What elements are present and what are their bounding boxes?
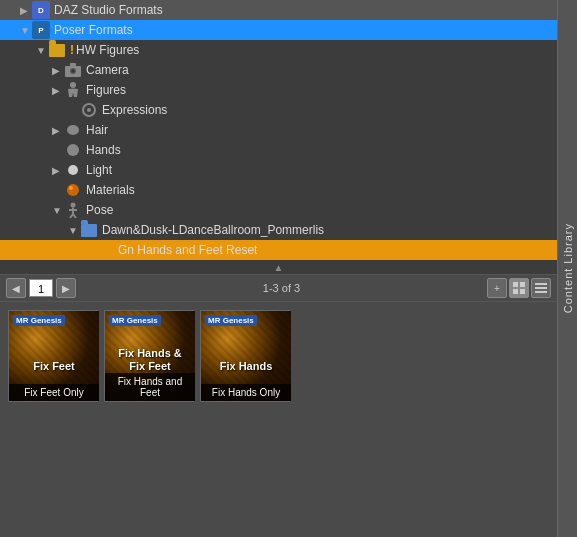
svg-point-8 — [67, 144, 79, 156]
camera-label: Camera — [86, 63, 129, 77]
svg-point-6 — [87, 108, 91, 112]
figures-label: Figures — [86, 83, 126, 97]
view-controls: + — [487, 278, 551, 298]
gn-hands-label: Gn Hands and Feet Reset — [118, 243, 257, 257]
tree-item-poser-formats[interactable]: P Poser Formats — [0, 20, 557, 40]
thumb-title-fix-feet: Fix Feet — [9, 358, 99, 373]
tree-item-dawn-dusk[interactable]: Dawn&Dusk-LDanceBallroom_Pommerlis — [0, 220, 557, 240]
camera-icon — [64, 61, 82, 79]
gn-folder-icon — [96, 241, 114, 259]
thumb-badge-fix-hands: MR Genesis — [205, 315, 257, 326]
tree-item-hw-figures[interactable]: ! HW Figures — [0, 40, 557, 60]
svg-rect-22 — [535, 287, 547, 289]
figures-icon — [64, 81, 82, 99]
light-icon — [64, 161, 82, 179]
tree-arrow-figures[interactable] — [52, 85, 64, 96]
dawn-dusk-label: Dawn&Dusk-LDanceBallroom_Pommerlis — [102, 223, 324, 237]
svg-line-16 — [73, 214, 76, 218]
svg-point-9 — [68, 165, 78, 175]
daz-icon: D — [32, 1, 50, 19]
svg-rect-21 — [535, 283, 547, 285]
tree-arrow-camera[interactable] — [52, 65, 64, 76]
thumb-card-fix-hands-feet[interactable]: MR Genesis Fix Hands &Fix Feet Fix Hands… — [104, 310, 194, 402]
thumb-title-fix-hands-feet: Fix Hands &Fix Feet — [105, 345, 195, 373]
tree-panel: D DAZ Studio Formats P Poser Formats ! H… — [0, 0, 557, 260]
content-library-label: Content Library — [562, 223, 574, 313]
thumb-badge-fix-hands-feet: MR Genesis — [109, 315, 161, 326]
tree-arrow-poser[interactable] — [20, 25, 32, 36]
list-view-button[interactable] — [531, 278, 551, 298]
grid-view-button[interactable] — [509, 278, 529, 298]
svg-rect-23 — [535, 291, 547, 293]
svg-point-12 — [71, 203, 76, 208]
tree-item-daz-formats[interactable]: D DAZ Studio Formats — [0, 0, 557, 20]
thumb-image-fix-hands: MR Genesis Fix Hands Fix Hands Only — [201, 311, 291, 401]
svg-point-11 — [69, 186, 73, 190]
page-number-input[interactable]: 1 — [29, 279, 53, 297]
tree-arrow-light[interactable] — [52, 165, 64, 176]
next-button[interactable]: ▶ — [56, 278, 76, 298]
tree-item-pose[interactable]: Pose — [0, 200, 557, 220]
dawn-folder-icon — [80, 221, 98, 239]
hair-icon — [64, 121, 82, 139]
tree-item-gn-hands[interactable]: Gn Hands and Feet Reset — [0, 240, 557, 260]
materials-label: Materials — [86, 183, 135, 197]
svg-rect-18 — [520, 282, 525, 287]
tree-item-hands[interactable]: Hands — [0, 140, 557, 160]
hw-folder-icon — [48, 41, 66, 59]
divider-arrow-icon: ▲ — [274, 262, 284, 273]
thumb-badge-fix-feet: MR Genesis — [13, 315, 65, 326]
zoom-button[interactable]: + — [487, 278, 507, 298]
thumb-card-fix-hands[interactable]: MR Genesis Fix Hands Fix Hands Only — [200, 310, 290, 402]
content-library-tab[interactable]: Content Library — [557, 0, 577, 537]
svg-point-7 — [67, 125, 79, 135]
thumb-image-fix-hands-feet: MR Genesis Fix Hands &Fix Feet Fix Hands… — [105, 311, 195, 401]
tree-item-materials[interactable]: Materials — [0, 180, 557, 200]
tree-arrow-hair[interactable] — [52, 125, 64, 136]
hands-label: Hands — [86, 143, 121, 157]
tree-item-hair[interactable]: Hair — [0, 120, 557, 140]
divider: ▲ — [0, 260, 557, 274]
tree-arrow-hw[interactable] — [36, 45, 48, 56]
expressions-label: Expressions — [102, 103, 167, 117]
svg-rect-19 — [513, 289, 518, 294]
tree-item-expressions[interactable]: Expressions — [0, 100, 557, 120]
main-area: D DAZ Studio Formats P Poser Formats ! H… — [0, 0, 557, 537]
tree-item-camera[interactable]: Camera — [0, 60, 557, 80]
expressions-icon — [80, 101, 98, 119]
svg-rect-1 — [70, 63, 76, 67]
pose-icon — [64, 201, 82, 219]
tree-arrow-daz[interactable] — [20, 5, 32, 16]
prev-button[interactable]: ◀ — [6, 278, 26, 298]
pagination-bar: ◀ 1 ▶ 1-3 of 3 + — [0, 274, 557, 302]
thumb-card-fix-feet[interactable]: MR Genesis Fix Feet Fix Feet Only — [8, 310, 98, 402]
hands-icon — [64, 141, 82, 159]
thumbnails-area: MR Genesis Fix Feet Fix Feet Only MR Gen… — [0, 302, 557, 537]
tree-arrow-dawn[interactable] — [68, 225, 80, 236]
tree-arrow-pose[interactable] — [52, 205, 64, 216]
poser-formats-label: Poser Formats — [54, 23, 133, 37]
hw-figures-label: HW Figures — [76, 43, 139, 57]
thumb-label-fix-feet: Fix Feet Only — [9, 384, 99, 401]
tree-item-figures[interactable]: Figures — [0, 80, 557, 100]
page-info-text: 1-3 of 3 — [76, 282, 487, 294]
light-label: Light — [86, 163, 112, 177]
materials-icon — [64, 181, 82, 199]
thumb-image-fix-feet: MR Genesis Fix Feet Fix Feet Only — [9, 311, 99, 401]
svg-point-4 — [70, 82, 76, 88]
hair-label: Hair — [86, 123, 108, 137]
svg-point-10 — [67, 184, 79, 196]
thumb-title-fix-hands: Fix Hands — [201, 358, 291, 373]
poser-icon: P — [32, 21, 50, 39]
pose-label: Pose — [86, 203, 113, 217]
svg-point-3 — [72, 70, 75, 73]
exclamation-icon: ! — [70, 43, 74, 57]
svg-rect-17 — [513, 282, 518, 287]
tree-item-light[interactable]: Light — [0, 160, 557, 180]
daz-formats-label: DAZ Studio Formats — [54, 3, 163, 17]
thumb-label-fix-hands-feet: Fix Hands and Feet — [105, 373, 195, 401]
svg-rect-20 — [520, 289, 525, 294]
thumb-label-fix-hands: Fix Hands Only — [201, 384, 291, 401]
